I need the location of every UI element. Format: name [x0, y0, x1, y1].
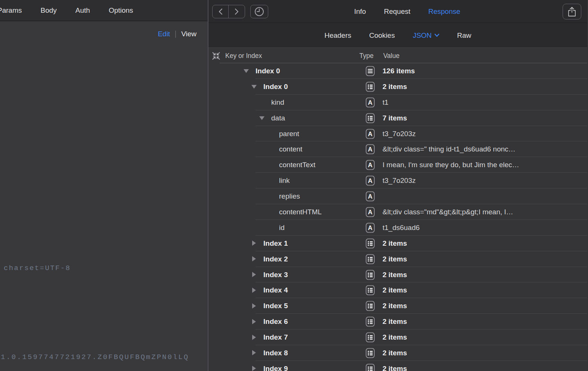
table-row[interactable]: Index 22 items [208, 251, 587, 267]
disclosure-triangle-icon[interactable] [252, 366, 256, 371]
share-button[interactable] [563, 4, 581, 19]
row-key: kind [271, 98, 284, 107]
row-key: Index 6 [263, 318, 288, 326]
forward-button[interactable] [229, 5, 245, 18]
tab-request[interactable]: Request [384, 7, 411, 16]
table-row[interactable]: Index 12 items [208, 236, 587, 251]
row-key: contentText [279, 161, 315, 169]
svg-text:A: A [368, 177, 372, 184]
row-key: content [279, 145, 302, 153]
disclosure-triangle-icon[interactable] [259, 116, 264, 120]
object-type-icon [366, 270, 375, 280]
http-client-window: Params Body Auth Options Edit View chars… [0, 0, 588, 371]
table-row[interactable]: Index 52 items [208, 298, 587, 314]
tab-options[interactable]: Options [109, 6, 133, 15]
row-value: t1 [383, 98, 389, 107]
table-row[interactable]: Index 62 items [208, 314, 587, 329]
object-type-icon [366, 301, 375, 311]
tab-auth[interactable]: Auth [75, 6, 90, 15]
share-icon [567, 6, 577, 17]
history-nav-control [212, 5, 245, 18]
row-key: replies [279, 192, 300, 200]
object-type-icon [366, 364, 375, 371]
table-row[interactable]: contentTextAI mean, I'm sure they do, bu… [208, 157, 587, 173]
table-row[interactable]: idAt1_ds6uad6 [208, 220, 587, 236]
svg-text:A: A [368, 146, 372, 153]
row-value: 2 items [383, 318, 407, 326]
row-value: t1_ds6uad6 [383, 224, 420, 232]
response-toolbar: Info Request Response [208, 0, 587, 23]
table-row[interactable]: repliesA [208, 188, 587, 204]
table-row[interactable]: parentAt3_7o203z [208, 126, 587, 142]
disclosure-triangle-icon[interactable] [252, 335, 256, 340]
object-type-icon [366, 254, 375, 264]
table-row[interactable]: data7 items [208, 110, 587, 126]
back-button[interactable] [213, 5, 229, 18]
row-key: Index 4 [263, 286, 288, 294]
row-value: 2 items [383, 365, 407, 371]
cookie-line: 1.0.1597747721927.Z0FBQUFBQmZPN0lLQ [1, 352, 189, 363]
row-key: contentHTML [279, 208, 322, 216]
view-link[interactable]: View [181, 30, 196, 38]
tab-response[interactable]: Response [428, 7, 460, 16]
row-key: Index 1 [263, 239, 288, 248]
row-value: 7 items [383, 114, 407, 122]
disclosure-triangle-icon[interactable] [252, 272, 256, 277]
row-key: Index 2 [263, 255, 288, 263]
table-row[interactable]: contentHTMLA&lt;div class="md"&gt;&lt;p&… [208, 204, 587, 220]
edit-link[interactable]: Edit [158, 30, 170, 38]
row-value: 2 items [383, 83, 407, 91]
string-type-icon: A [366, 160, 375, 170]
row-key: Index 3 [263, 271, 288, 279]
tab-params[interactable]: Params [0, 6, 22, 15]
row-key: parent [279, 130, 299, 138]
table-row[interactable]: kindAt1 [208, 95, 587, 110]
table-row[interactable]: Index 82 items [208, 345, 587, 361]
row-key: link [279, 177, 290, 185]
table-row[interactable]: linkAt3_7o203z [208, 173, 587, 188]
tab-raw[interactable]: Raw [457, 31, 471, 40]
row-value: 2 items [383, 286, 407, 294]
row-key: Index 9 [263, 365, 288, 371]
row-value: 2 items [383, 271, 407, 279]
tab-cookies[interactable]: Cookies [369, 31, 395, 40]
svg-text:A: A [368, 193, 372, 200]
object-type-icon [366, 348, 375, 358]
string-type-icon: A [366, 129, 375, 139]
disclosure-triangle-icon[interactable] [252, 288, 256, 293]
row-key: Index 0 [263, 83, 288, 91]
response-mode-tabs: Info Request Response [354, 0, 460, 23]
disclosure-triangle-icon[interactable] [252, 319, 256, 324]
disclosure-triangle-icon[interactable] [252, 256, 256, 261]
tab-info[interactable]: Info [354, 7, 366, 16]
collapse-all-icon[interactable] [212, 52, 220, 62]
disclosure-triangle-icon[interactable] [252, 350, 256, 355]
tab-body[interactable]: Body [40, 6, 56, 15]
tab-headers[interactable]: Headers [324, 31, 351, 40]
table-row[interactable]: Index 32 items [208, 267, 587, 283]
row-key: data [271, 114, 285, 122]
response-panel: Info Request Response Headers Cookies JS… [208, 0, 587, 371]
disclosure-triangle-icon[interactable] [244, 69, 249, 73]
table-row[interactable]: Index 72 items [208, 329, 587, 345]
tab-json[interactable]: JSON [413, 31, 439, 40]
chevron-right-icon [234, 8, 239, 15]
table-row[interactable]: Index 02 items [208, 79, 587, 95]
disclosure-triangle-icon[interactable] [252, 240, 256, 246]
row-key: Index 0 [256, 67, 280, 75]
object-type-icon [366, 113, 375, 123]
row-value: 2 items [383, 333, 407, 341]
row-value: I mean, I'm sure they do, but Jim the el… [383, 161, 519, 169]
cookie-text-block: 1.0.1597747721927.Z0FBQUFBQmZPN0lLQ dnck… [1, 331, 189, 371]
json-tree: Index 0126 itemsIndex 02 itemskindAt1dat… [208, 63, 587, 371]
table-row[interactable]: Index 42 items [208, 282, 587, 298]
row-key: id [279, 224, 285, 232]
table-row[interactable]: contentA&lt;div class=" thing id-t1_ds6u… [208, 141, 587, 157]
table-row[interactable]: Index 0126 items [208, 63, 587, 79]
table-row[interactable]: Index 92 items [208, 361, 587, 371]
row-value: t3_7o203z [383, 177, 416, 185]
disclosure-triangle-icon[interactable] [251, 85, 257, 89]
history-button[interactable] [250, 5, 268, 18]
disclosure-triangle-icon[interactable] [252, 303, 256, 309]
svg-text:A: A [368, 99, 372, 106]
